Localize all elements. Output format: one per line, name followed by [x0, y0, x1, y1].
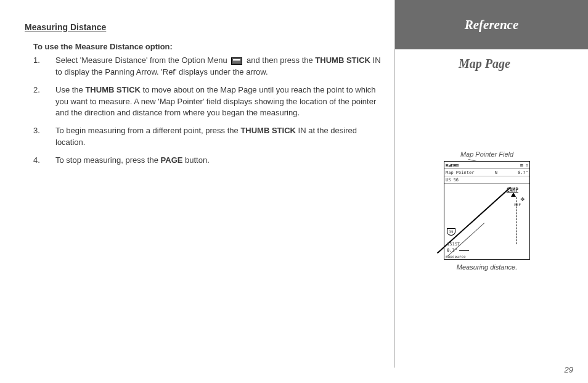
step-num: 1. [33, 55, 55, 78]
status-bar: ▣◢◧▣▤ ▤ ▯ [444, 162, 529, 169]
steps-list: 1. Select 'Measure Distance' from the Op… [33, 55, 385, 167]
step-num: 2. [33, 84, 55, 120]
reference-header: Reference [395, 0, 588, 49]
device-screenshot: ▣◢◧▣▤ ▤ ▯ Map Pointer N 0.7" US 56 CAMP … [444, 161, 530, 260]
step-4: 4. To stop measuring, press the PAGE but… [33, 155, 385, 167]
figure-caption: Measuring distance. [438, 263, 536, 271]
step-3: 3. To begin measuring from a different p… [33, 125, 385, 149]
mapsource-label: mapsource [446, 254, 466, 258]
map-area: CAMP ✥ REF 35 151ST 0.3" mapsource [444, 184, 529, 259]
cursor-icon: ✥ [520, 195, 525, 203]
mp-label: Map Pointer [446, 170, 474, 175]
step-2: 2. Use the THUMB STICK to move about on … [33, 84, 385, 120]
step-text: Select 'Measure Distance' from the Optio… [55, 55, 385, 78]
figure-label: Map Pointer Field [438, 150, 536, 158]
status-icons-right: ▤ ▯ [520, 163, 528, 168]
step-num: 3. [33, 125, 55, 149]
map-page-title: Map Page [395, 57, 574, 71]
scale-bar [459, 250, 469, 251]
step-text: Use the THUMB STICK to move about on the… [55, 84, 385, 120]
section-title: Measuring Distance [25, 22, 385, 32]
ref-label: REF [514, 202, 521, 207]
status-icons-left: ▣◢◧▣▤ [446, 163, 459, 168]
menu-icon [231, 57, 242, 65]
scale-label: 0.3" [447, 248, 457, 253]
step-text: To stop measuring, press the PAGE button… [55, 155, 385, 167]
mp-dist: 0.7" [518, 170, 528, 175]
us-row: US 56 [444, 176, 529, 184]
page-number: 29 [565, 365, 573, 374]
street-label: 151ST [447, 242, 460, 247]
figure: Map Pointer Field ▣◢◧▣▤ ▤ ▯ Map Pointer … [438, 150, 536, 271]
step-text: To begin measuring from a different poin… [55, 125, 385, 149]
dashed-line [516, 197, 517, 244]
step-1: 1. Select 'Measure Distance' from the Op… [33, 55, 385, 78]
step-num: 4. [33, 155, 55, 167]
column-divider [394, 0, 395, 368]
highway-shield-icon: 35 [447, 228, 455, 236]
map-pointer-row: Map Pointer N 0.7" [444, 169, 529, 176]
mp-n: N [495, 170, 497, 175]
sub-title: To use the Measure Distance option: [33, 42, 385, 51]
triangle-icon [511, 192, 516, 197]
